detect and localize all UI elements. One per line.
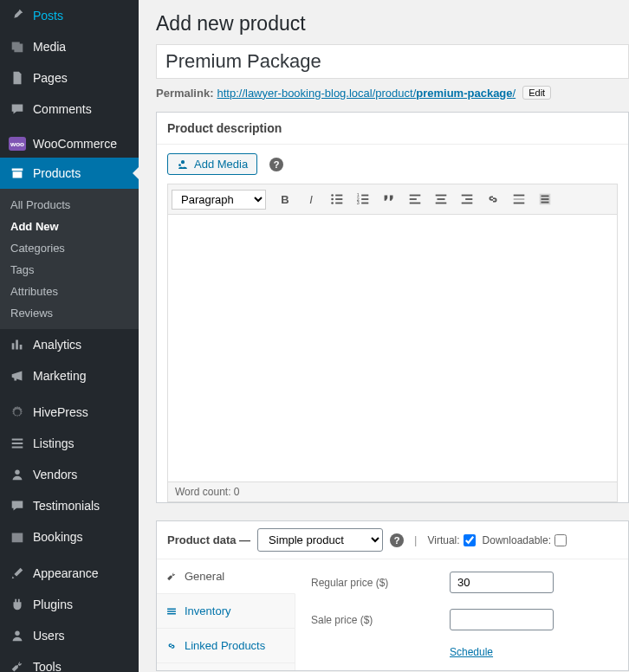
- description-panel: Product description Add Media ? Paragrap…: [156, 112, 629, 503]
- tab-general[interactable]: General: [157, 559, 295, 594]
- svg-rect-18: [410, 195, 421, 197]
- sidebar-item-woocommerce[interactable]: wooWooCommerce: [0, 130, 139, 158]
- sub-reviews[interactable]: Reviews: [0, 302, 139, 324]
- align-left-button[interactable]: [403, 188, 427, 210]
- virtual-checkbox[interactable]: [464, 534, 476, 546]
- analytics-icon: [9, 336, 26, 353]
- svg-rect-31: [541, 196, 549, 197]
- wrench-icon: [9, 658, 26, 672]
- add-media-button[interactable]: Add Media: [167, 153, 257, 175]
- main-content: Add new product Permalink: http://lawyer…: [139, 0, 629, 672]
- downloadable-checkbox-label[interactable]: Downloadable:: [483, 534, 567, 546]
- page-title: Add new product: [156, 0, 629, 44]
- link-button[interactable]: [481, 188, 505, 210]
- tab-linked[interactable]: Linked Products: [157, 629, 295, 663]
- help-icon[interactable]: ?: [390, 533, 404, 547]
- svg-rect-20: [410, 203, 421, 204]
- numbered-list-button[interactable]: 123: [351, 188, 375, 210]
- permalink-edit-button[interactable]: Edit: [522, 86, 551, 100]
- sub-tags[interactable]: Tags: [0, 259, 139, 281]
- bullet-list-button[interactable]: [325, 188, 349, 210]
- svg-point-6: [331, 194, 334, 197]
- format-select[interactable]: Paragraph: [172, 190, 266, 210]
- megaphone-icon: [9, 367, 26, 384]
- sidebar-item-vendors[interactable]: Vendors: [0, 459, 139, 490]
- sale-price-label: Sale price ($): [311, 614, 450, 626]
- svg-rect-11: [335, 203, 342, 204]
- sidebar-item-listings[interactable]: Listings: [0, 428, 139, 459]
- svg-rect-17: [361, 203, 368, 204]
- bold-button[interactable]: B: [273, 188, 297, 210]
- pin-icon: [9, 7, 26, 24]
- sidebar-item-bookings[interactable]: Bookings: [0, 521, 139, 552]
- brush-icon: [9, 565, 26, 582]
- svg-rect-22: [438, 198, 445, 200]
- sidebar-item-marketing[interactable]: Marketing: [0, 360, 139, 391]
- svg-point-0: [15, 470, 19, 475]
- quote-button[interactable]: [377, 188, 401, 210]
- sidebar-item-plugins[interactable]: Plugins: [0, 589, 139, 620]
- sidebar-item-users[interactable]: Users: [0, 620, 139, 651]
- svg-rect-25: [465, 198, 472, 200]
- sidebar-item-media[interactable]: Media: [0, 31, 139, 62]
- sidebar-item-comments[interactable]: Comments: [0, 94, 139, 125]
- svg-rect-21: [436, 195, 447, 197]
- svg-text:3: 3: [357, 200, 360, 205]
- sale-price-input[interactable]: [450, 609, 554, 630]
- product-title-input[interactable]: [156, 44, 629, 79]
- sidebar-item-pages[interactable]: Pages: [0, 62, 139, 94]
- sidebar-item-appearance[interactable]: Appearance: [0, 558, 139, 589]
- word-count: Word count: 0: [167, 482, 618, 502]
- description-editor[interactable]: [167, 214, 618, 482]
- sidebar-item-analytics[interactable]: Analytics: [0, 329, 139, 360]
- sidebar-item-posts[interactable]: Posts: [0, 0, 139, 31]
- align-center-button[interactable]: [429, 188, 453, 210]
- svg-rect-28: [514, 198, 525, 200]
- svg-rect-19: [410, 198, 417, 200]
- italic-button[interactable]: I: [299, 188, 323, 210]
- svg-rect-9: [335, 198, 342, 200]
- permalink-row: Permalink: http://lawyer-booking-blog.lo…: [156, 79, 629, 112]
- tab-inventory[interactable]: Inventory: [157, 594, 295, 629]
- quote-icon: [9, 497, 26, 514]
- sidebar-item-hivepress[interactable]: HivePress: [0, 397, 139, 428]
- sidebar-item-products[interactable]: Products: [0, 158, 139, 189]
- svg-rect-24: [462, 195, 473, 197]
- more-button[interactable]: [507, 188, 531, 210]
- virtual-checkbox-label[interactable]: Virtual:: [427, 534, 475, 546]
- regular-price-input[interactable]: [450, 572, 554, 593]
- svg-rect-15: [361, 198, 368, 200]
- user-icon: [9, 466, 26, 483]
- product-type-select[interactable]: Simple product: [257, 528, 383, 552]
- help-icon[interactable]: ?: [269, 158, 283, 171]
- permalink-link[interactable]: http://lawyer-booking-blog.local/product…: [217, 87, 516, 100]
- product-data-tabs: General Inventory Linked Products: [157, 559, 295, 670]
- svg-point-1: [15, 631, 19, 636]
- svg-rect-7: [335, 195, 342, 197]
- media-icon: [9, 38, 26, 55]
- sub-categories[interactable]: Categories: [0, 237, 139, 259]
- toolbar-toggle-button[interactable]: [533, 188, 557, 210]
- comment-icon: [9, 100, 26, 118]
- svg-rect-13: [361, 195, 368, 197]
- align-right-button[interactable]: [455, 188, 479, 210]
- regular-price-label: Regular price ($): [311, 577, 450, 589]
- svg-point-8: [331, 198, 334, 201]
- plug-icon: [9, 596, 26, 613]
- sub-attributes[interactable]: Attributes: [0, 281, 139, 302]
- schedule-link[interactable]: Schedule: [450, 646, 613, 658]
- downloadable-checkbox[interactable]: [554, 534, 567, 546]
- sub-add-new[interactable]: Add New: [0, 216, 139, 237]
- svg-point-10: [331, 202, 334, 204]
- description-heading: Product description: [157, 113, 628, 145]
- calendar-icon: [9, 528, 26, 546]
- svg-rect-27: [514, 195, 525, 197]
- sub-all-products[interactable]: All Products: [0, 194, 139, 216]
- svg-rect-32: [541, 198, 549, 200]
- sidebar-item-testimonials[interactable]: Testimonials: [0, 490, 139, 521]
- svg-rect-26: [462, 203, 473, 204]
- gear-icon: [9, 404, 26, 421]
- admin-sidebar: Posts Media Pages Comments wooWooCommerc…: [0, 0, 139, 672]
- page-icon: [9, 69, 26, 87]
- sidebar-item-tools[interactable]: Tools: [0, 651, 139, 672]
